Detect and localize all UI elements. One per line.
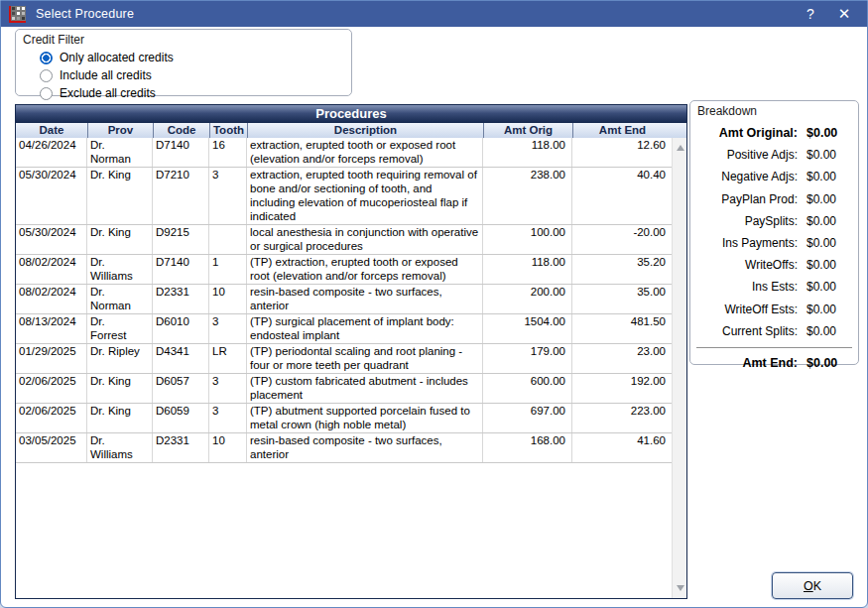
table-cell: 41.60	[572, 433, 672, 462]
radio-option[interactable]: Exclude all credits	[40, 84, 174, 102]
table-cell: resin-based composite - two surfaces, an…	[247, 285, 483, 313]
table-cell: 238.00	[483, 168, 572, 224]
table-row[interactable]: 08/02/2024Dr. WilliamsD71401(TP) extract…	[16, 255, 672, 285]
radio-icon[interactable]	[40, 69, 53, 82]
breakdown-item: PayPlan Prod:$0.00	[696, 188, 852, 210]
table-cell: 3	[209, 404, 247, 432]
table-cell: Dr. King	[87, 374, 153, 403]
table-cell: 05/30/2024	[16, 168, 87, 224]
table-cell: 35.00	[572, 285, 672, 313]
credit-filter-groupbox: Credit Filter Only allocated creditsIncl…	[15, 29, 352, 96]
ok-button-label: OK	[804, 579, 821, 593]
column-header[interactable]: Prov	[87, 123, 153, 138]
scroll-down-icon[interactable]	[673, 580, 687, 596]
breakdown-item-label: Positive Adjs:	[696, 148, 798, 162]
procedures-body: 04/26/2024Dr. NormanD714016extraction, e…	[16, 138, 672, 598]
table-row[interactable]: 08/02/2024Dr. NormanD233110resin-based c…	[16, 285, 672, 314]
table-cell: 05/30/2024	[16, 225, 87, 254]
table-cell: 10	[209, 285, 247, 313]
help-icon[interactable]: ?	[794, 2, 827, 26]
table-cell: 08/13/2024	[16, 314, 87, 343]
table-cell: 192.00	[572, 374, 672, 403]
radio-option[interactable]: Only allocated credits	[40, 49, 174, 66]
table-row[interactable]: 04/26/2024Dr. NormanD714016extraction, e…	[16, 138, 672, 168]
table-cell: D9215	[153, 225, 209, 254]
table-row[interactable]: 08/13/2024Dr. ForrestD60103(TP) surgical…	[16, 314, 672, 344]
table-cell: 03/05/2025	[16, 433, 87, 462]
breakdown-item: Current Splits:$0.00	[696, 320, 852, 342]
table-row[interactable]: 05/30/2024Dr. KingD72103extraction, erup…	[16, 168, 672, 225]
column-header[interactable]: Amt End	[572, 123, 672, 138]
table-cell: extraction, erupted tooth or exposed roo…	[247, 138, 483, 167]
breakdown-legend: Breakdown	[697, 104, 757, 118]
table-cell: 16	[209, 138, 247, 167]
select-procedure-dialog: Select Procedure ? ✕ Credit Filter Only …	[0, 0, 868, 608]
breakdown-item-label: WriteOffs:	[696, 258, 798, 272]
table-cell: Dr. King	[87, 404, 153, 432]
table-row[interactable]: 02/06/2025Dr. KingD60573(TP) custom fabr…	[16, 374, 672, 404]
table-cell: 200.00	[483, 285, 572, 313]
table-cell: 01/29/2025	[16, 344, 87, 373]
table-cell: D7140	[153, 255, 209, 284]
breakdown-item: Amt Original:$0.00	[696, 122, 852, 144]
table-cell: D7210	[153, 168, 209, 224]
table-cell: 1504.00	[483, 314, 572, 343]
table-cell: extraction, erupted tooth requiring remo…	[247, 168, 483, 224]
column-header[interactable]: Amt Orig	[483, 123, 572, 138]
table-cell: 35.20	[572, 255, 672, 284]
titlebar[interactable]: Select Procedure ? ✕	[1, 1, 867, 27]
table-cell	[209, 225, 247, 254]
column-header[interactable]: Code	[153, 123, 209, 138]
breakdown-item-value: $0.00	[806, 214, 852, 228]
table-cell: D2331	[153, 285, 209, 313]
table-cell: Dr. Norman	[87, 138, 153, 167]
close-icon[interactable]: ✕	[827, 2, 861, 26]
table-row[interactable]: 03/05/2025Dr. WilliamsD233110resin-based…	[16, 433, 672, 463]
column-header[interactable]: Tooth	[209, 123, 247, 138]
breakdown-item: Negative Adjs:$0.00	[696, 166, 852, 187]
radio-label: Only allocated credits	[60, 51, 174, 64]
radio-icon[interactable]	[40, 52, 53, 64]
breakdown-item: Positive Adjs:$0.00	[696, 144, 852, 166]
radio-label: Include all credits	[60, 68, 152, 82]
table-cell: 118.00	[483, 255, 572, 284]
radio-label: Exclude all credits	[60, 86, 156, 100]
table-cell: 168.00	[483, 433, 572, 462]
ok-button[interactable]: OK	[772, 572, 853, 599]
procedures-header: DateProvCodeToothDescriptionAmt OrigAmt …	[16, 123, 686, 139]
breakdown-item-value: $0.00	[806, 324, 852, 338]
breakdown-item-label: Amt Original:	[696, 126, 798, 140]
table-cell: D4341	[153, 344, 209, 373]
table-row[interactable]: 02/06/2025Dr. KingD60593(TP) abutment su…	[16, 404, 672, 433]
breakdown-item-value: $0.00	[806, 356, 852, 370]
table-cell: 40.40	[572, 168, 672, 224]
table-cell: local anesthesia in conjunction with ope…	[247, 225, 483, 254]
radio-icon[interactable]	[40, 87, 53, 100]
column-header[interactable]: Description	[247, 123, 483, 138]
vertical-scrollbar[interactable]	[672, 138, 686, 598]
column-header[interactable]: Date	[16, 123, 87, 138]
breakdown-item: WriteOff Ests:$0.00	[696, 299, 852, 320]
radio-option[interactable]: Include all credits	[40, 66, 174, 84]
table-cell: 04/26/2024	[16, 138, 87, 167]
table-cell: Dr. Ripley	[87, 344, 153, 373]
table-cell: D6059	[153, 404, 209, 432]
table-cell: 100.00	[483, 225, 572, 254]
breakdown-item-label: Amt End:	[696, 356, 798, 370]
table-row[interactable]: 05/30/2024Dr. KingD9215local anesthesia …	[16, 225, 672, 255]
table-cell: Dr. Forrest	[87, 314, 153, 343]
table-cell: Dr. Williams	[87, 433, 153, 462]
table-row[interactable]: 01/29/2025Dr. RipleyD4341LR(TP) periodon…	[16, 344, 672, 374]
table-cell: 3	[209, 314, 247, 343]
table-cell: 3	[209, 168, 247, 224]
table-cell: 481.50	[572, 314, 672, 343]
breakdown-item-value: $0.00	[806, 280, 852, 294]
breakdown-item-label: Ins Payments:	[696, 236, 798, 250]
scroll-up-icon[interactable]	[673, 140, 687, 156]
breakdown-item: Ins Payments:$0.00	[696, 232, 852, 254]
breakdown-item-label: WriteOff Ests:	[696, 303, 798, 316]
table-cell: (TP) extraction, erupted tooth or expose…	[247, 255, 483, 284]
table-cell: LR	[209, 344, 247, 373]
table-cell: (TP) periodontal scaling and root planin…	[247, 344, 483, 373]
dialog-title: Select Procedure	[36, 7, 134, 21]
